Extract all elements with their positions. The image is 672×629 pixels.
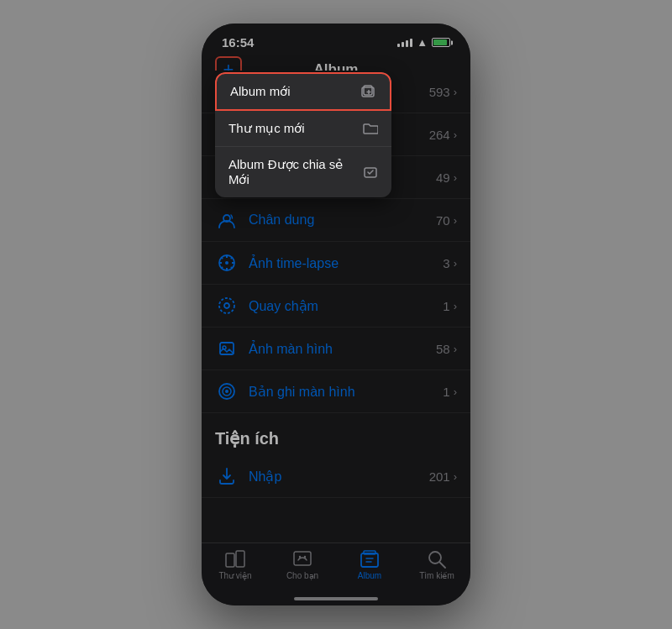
shared-album-label: Album Được chia sẻ Mới (228, 157, 363, 187)
new-album-icon (361, 85, 376, 98)
home-indicator (294, 597, 378, 600)
dropdown-item-shared-album[interactable]: Album Được chia sẻ Mới (215, 147, 391, 197)
new-album-label: Album mới (230, 84, 291, 99)
new-folder-icon (363, 122, 378, 135)
new-folder-label: Thư mục mới (228, 121, 305, 136)
phone-frame: 16:54 ▲ + Album Album mới (202, 24, 470, 605)
shared-album-icon (363, 165, 378, 179)
dropdown-item-new-album[interactable]: Album mới (215, 72, 391, 111)
dropdown-menu: Album mới Thư mục mới Album Được chia sẻ… (215, 72, 391, 197)
dropdown-item-new-folder[interactable]: Thư mục mới (215, 111, 391, 147)
